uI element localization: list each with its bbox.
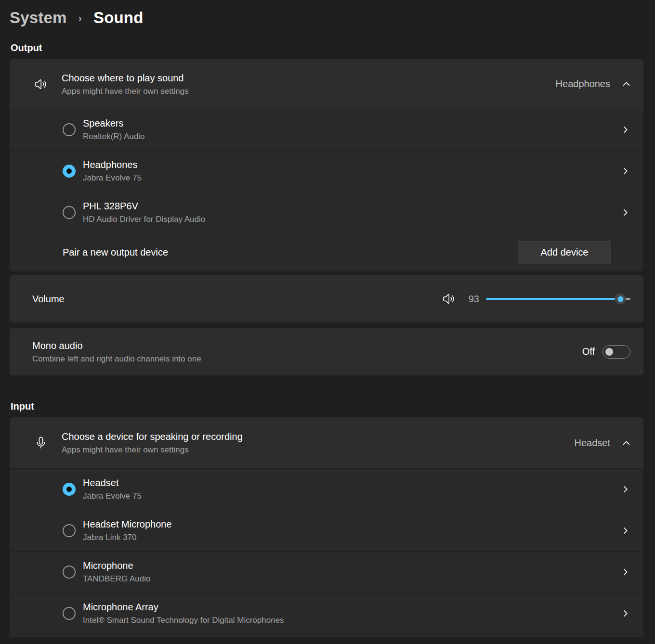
device-description: TANDBERG Audio bbox=[83, 573, 621, 584]
radio-button[interactable] bbox=[63, 524, 76, 537]
toggle-knob bbox=[605, 348, 613, 356]
device-description: Intel® Smart Sound Technology for Digita… bbox=[83, 615, 621, 626]
device-row[interactable]: Microphone Array Intel® Smart Sound Tech… bbox=[10, 592, 643, 634]
device-row[interactable]: PHL 328P6V HD Audio Driver for Display A… bbox=[10, 192, 643, 233]
volume-label: Volume bbox=[32, 294, 442, 305]
device-row[interactable]: Headset Jabra Evolve 75 bbox=[10, 468, 643, 510]
page-title: Sound bbox=[93, 9, 144, 27]
chevron-right-icon bbox=[621, 485, 630, 494]
speaker-icon bbox=[34, 77, 48, 91]
device-row[interactable]: Headset Microphone Jabra Link 370 bbox=[10, 510, 643, 551]
settings-page: System › Sound Output Choose where to pl… bbox=[0, 0, 655, 639]
radio-button[interactable] bbox=[63, 566, 76, 579]
input-expander-header[interactable]: Choose a device for speaking or recordin… bbox=[10, 417, 643, 468]
device-description: Jabra Evolve 75 bbox=[83, 172, 621, 183]
volume-value: 93 bbox=[464, 294, 479, 305]
chevron-right-icon bbox=[621, 167, 630, 176]
breadcrumb: System › Sound bbox=[10, 0, 643, 30]
cutoff-next-row bbox=[10, 634, 643, 637]
chevron-right-icon bbox=[621, 609, 630, 618]
volume-slider-thumb[interactable] bbox=[615, 294, 626, 305]
output-chooser-title: Choose where to play sound bbox=[62, 72, 556, 84]
output-chooser-subtitle: Apps might have their own settings bbox=[62, 86, 556, 97]
radio-button[interactable] bbox=[63, 206, 76, 219]
breadcrumb-separator-icon: › bbox=[79, 11, 82, 25]
device-name: Headset bbox=[83, 477, 621, 489]
mono-audio-card: Mono audio Combine left and right audio … bbox=[10, 328, 643, 375]
pair-output-label: Pair a new output device bbox=[63, 247, 518, 258]
device-row[interactable]: Speakers Realtek(R) Audio bbox=[10, 109, 643, 150]
chevron-right-icon bbox=[621, 526, 630, 535]
mono-audio-state-label: Off bbox=[582, 346, 595, 357]
mono-audio-toggle[interactable] bbox=[603, 345, 630, 359]
output-selected-value: Headphones bbox=[556, 78, 610, 90]
radio-button[interactable] bbox=[63, 123, 76, 136]
chevron-up-icon bbox=[622, 438, 631, 448]
device-name: Headset Microphone bbox=[83, 518, 621, 530]
device-name: PHL 328P6V bbox=[83, 200, 621, 212]
volume-slider-fill bbox=[486, 298, 620, 300]
device-description: HD Audio Driver for Display Audio bbox=[83, 214, 621, 225]
device-description: Jabra Link 370 bbox=[83, 532, 621, 543]
chevron-right-icon bbox=[621, 567, 630, 577]
radio-button[interactable] bbox=[63, 483, 76, 496]
microphone-icon bbox=[34, 436, 48, 450]
volume-icon[interactable] bbox=[442, 291, 457, 307]
volume-slider[interactable] bbox=[486, 292, 630, 306]
device-name: Speakers bbox=[83, 117, 621, 129]
chevron-right-icon bbox=[621, 208, 630, 217]
mono-audio-subtitle: Combine left and right audio channels in… bbox=[32, 353, 582, 364]
chevron-up-icon bbox=[622, 79, 631, 89]
add-device-button[interactable]: Add device bbox=[518, 241, 611, 264]
breadcrumb-system-link[interactable]: System bbox=[10, 9, 67, 27]
radio-button[interactable] bbox=[63, 607, 76, 620]
radio-button[interactable] bbox=[63, 165, 76, 178]
volume-card: Volume 93 bbox=[10, 275, 643, 322]
device-name: Headphones bbox=[83, 159, 621, 171]
device-name: Microphone Array bbox=[83, 601, 621, 613]
output-expander-header[interactable]: Choose where to play sound Apps might ha… bbox=[10, 59, 643, 109]
device-description: Jabra Evolve 75 bbox=[83, 490, 621, 502]
device-name: Microphone bbox=[83, 560, 621, 572]
output-device-card: Choose where to play sound Apps might ha… bbox=[10, 59, 643, 271]
output-device-list: Speakers Realtek(R) Audio Headphones Jab… bbox=[10, 109, 643, 233]
input-device-list: Headset Jabra Evolve 75 Headset Micropho… bbox=[10, 468, 643, 634]
device-row[interactable]: Microphone TANDBERG Audio bbox=[10, 551, 643, 592]
pair-output-row: Pair a new output device Add device bbox=[10, 233, 643, 271]
device-row[interactable]: Headphones Jabra Evolve 75 bbox=[10, 150, 643, 192]
input-selected-value: Headset bbox=[575, 438, 611, 449]
input-section-label: Input bbox=[11, 401, 643, 412]
output-section-label: Output bbox=[11, 42, 643, 53]
device-description: Realtek(R) Audio bbox=[83, 131, 621, 142]
input-chooser-title: Choose a device for speaking or recordin… bbox=[62, 430, 575, 443]
mono-audio-title: Mono audio bbox=[32, 339, 582, 352]
input-chooser-subtitle: Apps might have their own settings bbox=[62, 444, 575, 455]
chevron-right-icon bbox=[621, 125, 630, 134]
input-device-card: Choose a device for speaking or recordin… bbox=[10, 417, 643, 639]
